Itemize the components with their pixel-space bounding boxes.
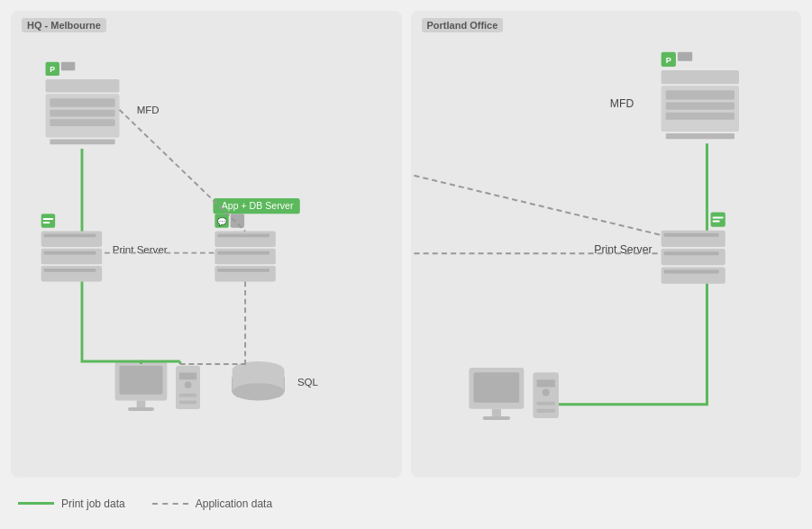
svg-rect-24 — [217, 233, 269, 237]
svg-text:MFD: MFD — [137, 105, 160, 116]
svg-rect-20 — [214, 214, 228, 227]
hq-tower-svg — [176, 366, 200, 409]
svg-rect-7 — [50, 119, 114, 126]
portland-print-server-svg: Print Server — [594, 212, 725, 283]
svg-rect-0 — [46, 62, 59, 76]
portland-tower-svg — [533, 372, 558, 418]
svg-rect-37 — [115, 361, 168, 400]
svg-rect-8 — [50, 139, 114, 144]
svg-rect-17 — [41, 266, 102, 281]
svg-line-49 — [119, 110, 245, 232]
svg-rect-12 — [43, 222, 50, 223]
svg-rect-32 — [233, 370, 285, 392]
svg-rect-5 — [50, 98, 114, 107]
svg-rect-60 — [665, 113, 734, 120]
svg-rect-68 — [661, 249, 725, 265]
svg-text:SQL: SQL — [297, 377, 319, 388]
svg-point-43 — [185, 381, 192, 388]
svg-rect-76 — [482, 416, 509, 420]
svg-point-33 — [233, 383, 285, 400]
portland-mfd-svg: P MFD — [609, 52, 738, 139]
svg-rect-29 — [213, 198, 299, 214]
svg-rect-75 — [491, 409, 500, 416]
svg-rect-77 — [533, 372, 558, 418]
svg-rect-45 — [179, 400, 196, 404]
svg-rect-39 — [137, 400, 146, 407]
svg-rect-44 — [179, 394, 196, 397]
svg-text:MFD: MFD — [609, 97, 634, 110]
svg-rect-80 — [536, 402, 554, 406]
svg-rect-65 — [712, 221, 719, 223]
svg-text:P: P — [50, 65, 55, 74]
svg-rect-26 — [217, 251, 269, 255]
svg-text:Print Server: Print Server — [113, 244, 168, 255]
svg-rect-40 — [128, 407, 154, 411]
svg-rect-73 — [469, 368, 524, 409]
svg-rect-59 — [665, 103, 734, 110]
legend-green-line — [18, 502, 54, 505]
svg-rect-11 — [43, 218, 54, 220]
hq-sql-svg: SQL — [233, 361, 319, 400]
portland-label: Portland Office — [422, 18, 504, 32]
svg-rect-67 — [663, 233, 718, 237]
svg-rect-22 — [231, 214, 244, 227]
svg-rect-78 — [536, 379, 554, 387]
svg-rect-2 — [61, 62, 75, 71]
svg-rect-64 — [712, 217, 723, 219]
svg-rect-53 — [661, 52, 675, 67]
svg-rect-42 — [179, 373, 196, 380]
svg-text:Print Server: Print Server — [594, 243, 652, 256]
legend-print-job: Print job data — [18, 497, 125, 510]
svg-point-31 — [233, 361, 285, 379]
svg-rect-18 — [44, 269, 96, 272]
svg-rect-15 — [41, 249, 102, 264]
svg-rect-57 — [661, 86, 738, 132]
hq-label: HQ - Melbourne — [22, 18, 106, 32]
svg-rect-58 — [665, 90, 734, 99]
svg-rect-25 — [214, 249, 275, 264]
hq-office-box: HQ - Melbourne P MFD — [11, 11, 402, 478]
svg-rect-28 — [217, 269, 269, 272]
svg-rect-10 — [41, 214, 55, 227]
hq-mfd-svg: P MFD — [46, 62, 160, 145]
svg-rect-55 — [677, 52, 691, 61]
main-container: HQ - Melbourne P MFD — [0, 0, 812, 478]
svg-line-84 — [414, 176, 661, 235]
legend-print-job-label: Print job data — [61, 497, 125, 510]
svg-rect-23 — [214, 232, 275, 247]
legend-dashed-line — [152, 503, 188, 505]
svg-rect-4 — [46, 94, 120, 137]
svg-rect-70 — [661, 267, 725, 283]
svg-rect-14 — [44, 233, 96, 237]
legend: Print job data Application data — [0, 478, 812, 529]
svg-rect-61 — [665, 133, 734, 139]
svg-point-79 — [542, 388, 549, 396]
svg-rect-38 — [119, 366, 162, 395]
hq-print-server-svg: Print Server — [41, 214, 168, 281]
svg-rect-74 — [473, 372, 519, 403]
svg-rect-56 — [661, 70, 738, 84]
portland-office-box: Portland Office P MFD — [411, 11, 802, 478]
svg-rect-13 — [41, 232, 102, 247]
svg-text:💬: 💬 — [217, 216, 227, 227]
svg-text:P: P — [665, 56, 671, 65]
svg-rect-66 — [661, 231, 725, 247]
portland-workstation-svg — [469, 368, 524, 420]
hq-workstation-svg — [115, 361, 168, 411]
svg-rect-69 — [663, 251, 718, 255]
svg-rect-27 — [214, 266, 275, 281]
svg-rect-41 — [176, 366, 200, 409]
svg-rect-81 — [536, 409, 554, 413]
svg-rect-6 — [50, 110, 114, 117]
legend-app-data: Application data — [152, 497, 272, 510]
svg-rect-63 — [710, 212, 725, 226]
svg-rect-16 — [44, 251, 96, 255]
hq-appdb-server-svg: 💬 App + DB Server — [213, 198, 299, 281]
svg-rect-3 — [46, 79, 120, 92]
svg-rect-71 — [663, 269, 718, 273]
legend-app-data-label: Application data — [196, 497, 272, 510]
svg-text:App + DB Server: App + DB Server — [222, 200, 294, 211]
